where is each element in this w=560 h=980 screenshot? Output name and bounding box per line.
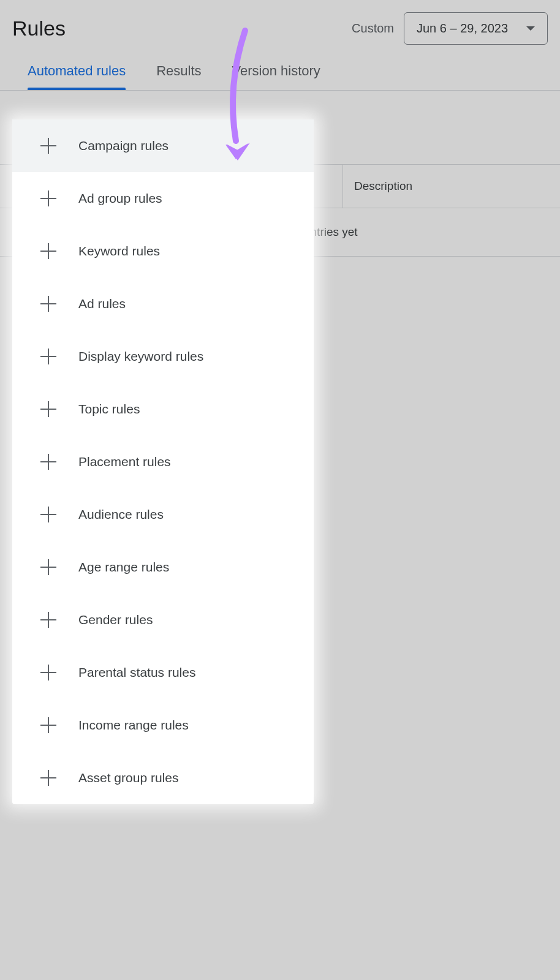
menu-item-asset-group-rules[interactable]: Asset group rules	[12, 752, 314, 804]
tab-automated-rules[interactable]: Automated rules	[28, 63, 126, 90]
menu-item-label: Topic rules	[78, 402, 140, 417]
menu-item-label: Campaign rules	[78, 138, 168, 153]
menu-item-ad-rules[interactable]: Ad rules	[12, 277, 314, 330]
menu-item-parental-status-rules[interactable]: Parental status rules	[12, 646, 314, 699]
menu-item-label: Age range rules	[78, 560, 169, 575]
plus-icon	[40, 349, 56, 364]
tab-results[interactable]: Results	[156, 63, 201, 90]
menu-item-label: Placement rules	[78, 454, 171, 469]
rule-type-menu: Campaign rules Ad group rules Keyword ru…	[12, 119, 314, 804]
plus-icon	[40, 138, 56, 154]
menu-item-placement-rules[interactable]: Placement rules	[12, 435, 314, 488]
menu-item-ad-group-rules[interactable]: Ad group rules	[12, 172, 314, 225]
table-header-cell-description: Description	[343, 165, 560, 208]
menu-item-age-range-rules[interactable]: Age range rules	[12, 541, 314, 594]
tabs-bar: Automated rules Results Version history	[0, 51, 560, 91]
menu-item-label: Ad rules	[78, 296, 126, 311]
menu-item-display-keyword-rules[interactable]: Display keyword rules	[12, 330, 314, 383]
menu-item-label: Ad group rules	[78, 191, 162, 206]
menu-item-audience-rules[interactable]: Audience rules	[12, 488, 314, 541]
plus-icon	[40, 296, 56, 312]
plus-icon	[40, 401, 56, 417]
menu-item-label: Income range rules	[78, 718, 189, 733]
plus-icon	[40, 665, 56, 680]
menu-item-label: Display keyword rules	[78, 349, 203, 364]
plus-icon	[40, 190, 56, 206]
page-header: Rules Custom Jun 6 – 29, 2023	[0, 0, 560, 51]
plus-icon	[40, 454, 56, 470]
plus-icon	[40, 717, 56, 733]
menu-item-campaign-rules[interactable]: Campaign rules	[12, 119, 314, 172]
plus-icon	[40, 559, 56, 575]
date-range-label: Custom	[352, 21, 394, 36]
menu-item-income-range-rules[interactable]: Income range rules	[12, 699, 314, 752]
date-range-value: Jun 6 – 29, 2023	[417, 21, 508, 36]
chevron-down-icon	[526, 26, 535, 31]
plus-icon	[40, 243, 56, 259]
menu-item-label: Audience rules	[78, 507, 164, 522]
menu-item-label: Gender rules	[78, 612, 153, 627]
page-title: Rules	[12, 17, 66, 40]
date-range-picker[interactable]: Jun 6 – 29, 2023	[404, 12, 548, 45]
menu-item-gender-rules[interactable]: Gender rules	[12, 594, 314, 646]
menu-item-keyword-rules[interactable]: Keyword rules	[12, 225, 314, 277]
menu-item-label: Asset group rules	[78, 771, 178, 785]
plus-icon	[40, 507, 56, 522]
date-range-area: Custom Jun 6 – 29, 2023	[352, 12, 548, 45]
plus-icon	[40, 770, 56, 786]
tab-version-history[interactable]: Version history	[232, 63, 320, 90]
plus-icon	[40, 612, 56, 628]
menu-item-topic-rules[interactable]: Topic rules	[12, 383, 314, 435]
menu-item-label: Parental status rules	[78, 665, 195, 680]
menu-item-label: Keyword rules	[78, 244, 160, 258]
